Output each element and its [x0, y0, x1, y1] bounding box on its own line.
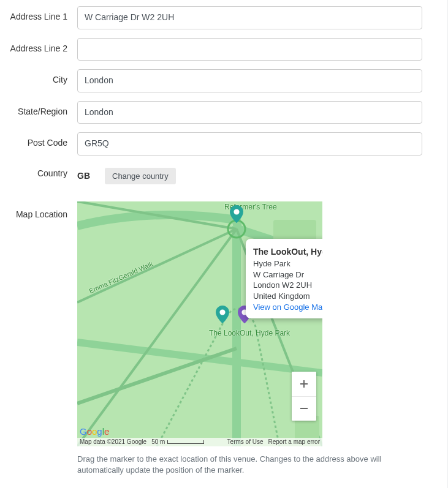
row-address1: Address Line 1	[9, 6, 439, 29]
change-country-button[interactable]: Change country	[105, 168, 176, 184]
address-form: Address Line 1 Address Line 2 City State…	[0, 0, 448, 488]
map-hint: Drag the marker to the exact location of…	[77, 454, 420, 477]
map-infowindow: The LookOut, Hyde Park Hyde Park W Carri…	[246, 239, 322, 319]
input-address2[interactable]	[77, 38, 422, 61]
map-terms-link[interactable]: Terms of Use	[227, 438, 264, 445]
zoom-in-button[interactable]	[292, 372, 316, 396]
minus-icon	[299, 404, 309, 413]
infowindow-line-3: United Kingdom	[253, 291, 322, 302]
row-postcode: Post Code	[9, 132, 439, 156]
plus-icon	[299, 379, 309, 389]
row-address2: Address Line 2	[9, 38, 439, 61]
svg-point-5	[233, 209, 239, 214]
zoom-control	[292, 372, 316, 421]
map-background	[77, 201, 322, 446]
map-scale: 50 m	[151, 438, 204, 445]
input-state[interactable]	[77, 101, 422, 124]
svg-point-6	[219, 309, 225, 315]
infowindow-line-0: Hyde Park	[253, 258, 322, 269]
map[interactable]: Reformer's Tree Emma FitzGerald Walk The…	[77, 201, 322, 446]
label-address2: Address Line 2	[9, 38, 77, 54]
country-code: GB	[77, 171, 90, 181]
input-postcode[interactable]	[77, 132, 422, 156]
row-map: Map Location	[9, 201, 439, 477]
infowindow-link[interactable]: View on Google Maps	[253, 302, 322, 313]
map-report-link[interactable]: Report a map error	[268, 438, 320, 445]
row-city: City	[9, 69, 439, 92]
label-country: Country	[9, 164, 77, 179]
infowindow-line-1: W Carriage Dr	[253, 269, 322, 280]
zoom-out-button[interactable]	[292, 396, 316, 421]
row-country: Country GB Change country	[9, 164, 439, 184]
map-copyright: Map data ©2021 Google	[80, 438, 146, 445]
input-city[interactable]	[77, 69, 422, 92]
map-footer: Map data ©2021 Google 50 m Terms of Use …	[77, 438, 322, 446]
label-city: City	[9, 69, 77, 85]
label-postcode: Post Code	[9, 132, 77, 148]
label-state: State/Region	[9, 101, 77, 117]
input-address1[interactable]	[77, 6, 422, 29]
scale-line-icon	[167, 440, 204, 444]
infowindow-title: The LookOut, Hyde Park	[253, 246, 322, 258]
map-marker-top[interactable]	[230, 205, 243, 223]
map-marker-a[interactable]	[216, 306, 229, 324]
row-state: State/Region	[9, 101, 439, 124]
label-map: Map Location	[9, 201, 77, 220]
infowindow-line-2: London W2 2UH	[253, 280, 322, 291]
label-address1: Address Line 1	[9, 6, 77, 22]
